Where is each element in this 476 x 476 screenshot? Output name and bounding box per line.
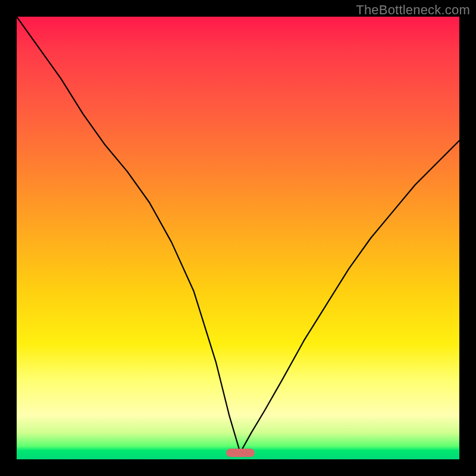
plot-area (17, 17, 459, 459)
chart-frame: TheBottleneck.com (0, 0, 476, 476)
watermark-text: TheBottleneck.com (356, 2, 470, 18)
bottleneck-curve (17, 17, 459, 459)
optimal-range-marker (226, 449, 255, 457)
